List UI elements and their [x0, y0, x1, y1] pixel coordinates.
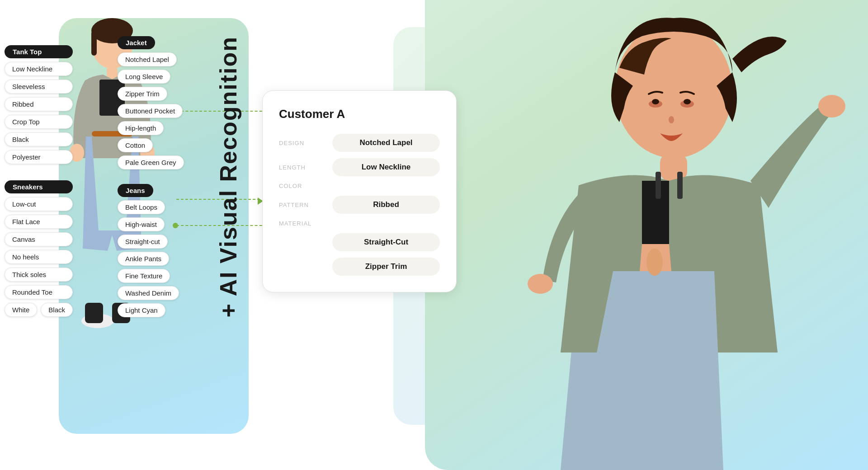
attr-value-low-neckline: Low Neckline	[332, 158, 440, 176]
left-tag-white: White	[5, 303, 37, 317]
right-tag-zipper-trim: Zipper Trim	[118, 87, 167, 101]
attr-label-pattern: PATTERN	[279, 202, 329, 208]
left-tags-container: Tank Top Low Neckline Sleeveless Ribbed …	[5, 45, 73, 317]
left-tag-polyester: Polyester	[5, 150, 73, 164]
right-tag-pale-green-grey: Pale Green Grey	[118, 155, 184, 169]
right-tag-buttoned-pocket: Buttoned Pocket	[118, 104, 183, 118]
left-tag-rounded-toe: Rounded Toe	[5, 285, 73, 299]
left-tag-crop-top: Crop Top	[5, 115, 73, 129]
ai-visual-recognition-label: + AI Visual Recognition	[215, 36, 242, 317]
right-tag-long-sleeve: Long Sleeve	[118, 70, 170, 84]
svg-rect-2	[91, 31, 97, 56]
person-right-container	[425, 0, 868, 470]
left-tag-ribbed: Ribbed	[5, 97, 73, 111]
attr-value-straight-cut: Straight-Cut	[332, 233, 440, 251]
left-tag-bottom-row: White Black	[5, 303, 73, 317]
left-tag-black: Black	[5, 132, 73, 146]
svg-rect-14	[677, 172, 683, 199]
svg-rect-12	[660, 154, 687, 181]
svg-rect-13	[656, 172, 661, 199]
right-tag-fine-texture: Fine Texture	[118, 269, 170, 283]
svg-point-15	[818, 95, 845, 118]
customer-name: Customer A	[279, 107, 440, 121]
left-tag-canvas: Canvas	[5, 232, 73, 246]
right-tag-light-cyan: Light Cyan	[118, 303, 165, 317]
left-tag-low-cut: Low-cut	[5, 197, 73, 211]
attr-label-design: DESIGN	[279, 140, 329, 146]
svg-point-22	[669, 116, 674, 123]
bottom-group-label: Sneakers	[5, 180, 73, 193]
left-tag-flat-lace: Flat Lace	[5, 215, 73, 229]
top-group-label: Tank Top	[5, 45, 73, 58]
right-tags-container: Jacket Notched Lapel Long Sleeve Zipper …	[118, 36, 184, 317]
right-tag-notched-lapel: Notched Lapel	[118, 52, 177, 66]
right-tag-washed-denim: Washed Denim	[118, 286, 179, 300]
attributes-grid: DESIGN Notched Lapel LENGTH Low Neckline…	[279, 134, 440, 276]
left-tag-no-heels: No heels	[5, 250, 73, 264]
right-tag-ankle-pants: Ankle Pants	[118, 252, 169, 266]
left-tag-black2: Black	[41, 303, 73, 317]
left-tag-low-neckline: Low Neckline	[5, 62, 73, 76]
right-tag-cotton: Cotton	[118, 138, 153, 152]
left-tag-thick-soles: Thick soles	[5, 268, 73, 282]
svg-point-16	[528, 274, 553, 294]
svg-point-21	[684, 99, 691, 104]
attr-value-zipper-trim: Zipper Trim	[332, 258, 440, 276]
svg-rect-7	[85, 303, 103, 323]
svg-point-17	[646, 249, 663, 276]
customer-card: Customer A DESIGN Notched Lapel LENGTH L…	[262, 90, 457, 292]
svg-point-20	[652, 99, 659, 104]
attr-label-length: LENGTH	[279, 164, 329, 171]
attr-label-material: MATERIAL	[279, 220, 329, 227]
right-tag-belt-loops: Belt Loops	[118, 200, 165, 214]
right-tag-high-waist: High-waist	[118, 217, 165, 231]
attr-label-color: COLOR	[279, 183, 329, 189]
attr-value-notched-lapel: Notched Lapel	[332, 134, 440, 152]
attr-value-ribbed: Ribbed	[332, 196, 440, 214]
jacket-group-label: Jacket	[118, 36, 155, 49]
right-tag-straight-cut: Straight-cut	[118, 235, 168, 249]
right-tag-hip-length: Hip-length	[118, 121, 164, 135]
left-tag-sleeveless: Sleeveless	[5, 80, 73, 94]
jeans-group-label: Jeans	[118, 184, 153, 197]
